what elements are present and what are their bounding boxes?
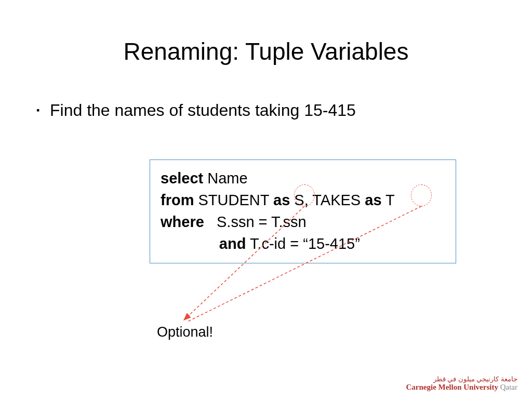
university-logo: جامعة كارنيجي ميلون في قطر Carnegie Mell… xyxy=(406,375,517,392)
code-line-3: where S.ssn = T.ssn xyxy=(161,211,445,233)
code-line-2: from STUDENT as S, TAKES as T xyxy=(161,189,445,211)
code-line-4: and T.c-id = “15-415” xyxy=(161,233,445,255)
slide: Renaming: Tuple Variables ▪Find the name… xyxy=(0,0,532,399)
bullet-text: Find the names of students taking 15-415 xyxy=(50,101,356,119)
bullet-item: ▪Find the names of students taking 15-41… xyxy=(36,101,356,120)
optional-label: Optional! xyxy=(157,324,213,340)
sql-code-box: select Name from STUDENT as S, TAKES as … xyxy=(150,159,456,263)
logo-english-text: Carnegie Mellon University Qatar xyxy=(406,383,517,392)
logo-arabic-text: جامعة كارنيجي ميلون في قطر xyxy=(406,375,517,383)
code-line-1: select Name xyxy=(161,167,445,189)
slide-title: Renaming: Tuple Variables xyxy=(0,37,532,65)
bullet-marker: ▪ xyxy=(36,105,44,116)
